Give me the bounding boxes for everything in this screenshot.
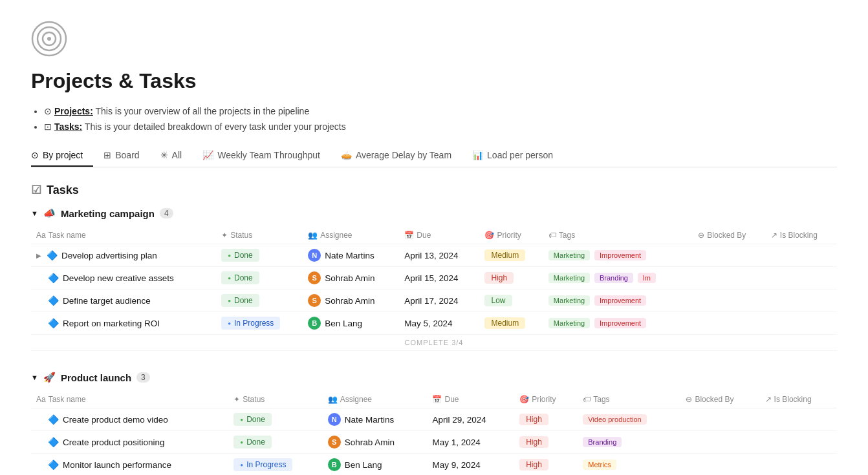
task-type-icon: 🔷	[48, 459, 59, 470]
tab-all-icon: ✳	[160, 150, 168, 160]
status-badge: Done	[221, 294, 259, 307]
is-blocking-cell	[766, 244, 837, 267]
logo	[31, 21, 837, 69]
tag[interactable]: Improvement	[594, 318, 646, 328]
status-cell[interactable]: Done	[216, 267, 303, 290]
tags-cell: Video production	[578, 408, 680, 431]
task-name-cell: 🔷 Define target audience	[31, 290, 216, 312]
priority-cell[interactable]: High	[479, 267, 543, 290]
priority-cell[interactable]: Medium	[479, 312, 543, 335]
status-badge: In Progress	[233, 458, 292, 471]
tab-weekly-icon: 📈	[202, 150, 213, 160]
assignee-cell: N Nate Martins	[323, 408, 428, 431]
avatar: N	[328, 413, 341, 426]
group-marketing-count: 4	[160, 208, 173, 218]
assignee-cell: N Nate Martins	[303, 244, 399, 267]
is-blocking-cell	[766, 312, 837, 335]
tag[interactable]: Improvement	[594, 295, 646, 306]
priority-badge: High	[519, 459, 548, 470]
tab-weekly[interactable]: 📈 Weekly Team Throughput	[192, 145, 331, 167]
group-product-header[interactable]: ▼ 🚀 Product launch 3	[31, 372, 837, 383]
tab-load[interactable]: 📊 Load per person	[462, 145, 563, 167]
tasks-section-label: Tasks	[47, 184, 79, 197]
task-type-icon: 🔷	[47, 250, 58, 260]
task-name-cell: 🔷 Create product demo video	[31, 408, 228, 431]
priority-badge: High	[519, 414, 548, 425]
blocked-by-cell	[693, 244, 766, 267]
col-priority: 🎯 Priority	[479, 227, 543, 244]
task-type-icon: 🔷	[48, 437, 59, 447]
col-task-name: Aa Task name	[31, 391, 228, 408]
is-blocking-cell	[760, 431, 837, 454]
status-cell[interactable]: In Progress	[216, 312, 303, 335]
tag[interactable]: Metrics	[583, 459, 616, 470]
expand-icon[interactable]: ▶	[36, 252, 41, 259]
status-badge: Done	[221, 249, 259, 262]
priority-cell[interactable]: Medium	[479, 244, 543, 267]
status-cell[interactable]: Done	[216, 290, 303, 312]
blocked-by-cell	[693, 267, 766, 290]
col-due: 📅 Due	[399, 227, 479, 244]
tab-by-project[interactable]: ⊙ By project	[31, 145, 93, 167]
projects-link[interactable]: Projects:	[54, 106, 93, 116]
status-cell[interactable]: Done	[228, 431, 322, 454]
group-marketing-header[interactable]: ▼ 📣 Marketing campaign 4	[31, 207, 837, 219]
tag[interactable]: Marketing	[548, 318, 590, 328]
group-marketing-campaign: ▼ 📣 Marketing campaign 4 Aa Task name ✦ …	[31, 207, 837, 351]
task-name-cell: 🔷 Report on marketing ROI	[31, 312, 216, 335]
tag[interactable]: Improvement	[594, 250, 646, 260]
tab-board[interactable]: ⊞ Board	[93, 145, 149, 167]
tag[interactable]: Branding	[594, 273, 633, 283]
bullets-list: ⊙ Projects: This is your overview of all…	[31, 106, 837, 132]
tags-cell: Marketing Branding Im	[543, 267, 693, 290]
col-task-name: Aa Task name	[31, 227, 216, 244]
tag[interactable]: Marketing	[548, 273, 590, 283]
priority-cell[interactable]: High	[514, 454, 578, 476]
tag[interactable]: Marketing	[548, 250, 590, 260]
is-blocking-cell	[766, 267, 837, 290]
avatar: S	[308, 271, 321, 284]
priority-badge: Medium	[484, 249, 525, 261]
tags-cell: Metrics	[578, 454, 680, 476]
blocked-by-cell	[680, 431, 759, 454]
tasks-section-icon: ☑	[31, 183, 41, 197]
priority-badge: Medium	[484, 317, 525, 329]
bullet-tasks-text: This is your detailed breakdown of every…	[85, 121, 346, 132]
avatar: B	[328, 458, 341, 471]
col-blocked-by: ⊖ Blocked By	[693, 227, 766, 244]
due-cell: May 1, 2024	[427, 431, 514, 454]
status-cell[interactable]: In Progress	[228, 454, 322, 476]
col-status: ✦ Status	[228, 391, 322, 408]
tag[interactable]: Marketing	[548, 295, 590, 306]
col-assignee: 👥 Assignee	[303, 227, 399, 244]
assignee-cell: S Sohrab Amin	[303, 267, 399, 290]
status-cell[interactable]: Done	[228, 408, 322, 431]
tag[interactable]: Video production	[583, 414, 646, 425]
tab-all[interactable]: ✳ All	[150, 145, 193, 167]
status-badge: In Progress	[221, 317, 280, 330]
tasks-link[interactable]: Tasks:	[54, 121, 82, 132]
tag[interactable]: Im	[638, 273, 656, 283]
avatar: B	[308, 317, 321, 330]
priority-cell[interactable]: High	[514, 408, 578, 431]
blocked-by-cell	[693, 312, 766, 335]
product-header-row: Aa Task name ✦ Status 👥 Assignee 📅 Due 🎯…	[31, 391, 837, 408]
status-cell[interactable]: Done	[216, 244, 303, 267]
tab-avg-delay[interactable]: 🥧 Average Delay by Team	[331, 145, 462, 167]
bullet-tasks: ⊡ Tasks: This is your detailed breakdown…	[44, 121, 837, 132]
tags-cell: Marketing Improvement	[543, 290, 693, 312]
assignee-cell: B Ben Lang	[303, 312, 399, 335]
task-name-cell: 🔷 Develop new creative assets	[31, 267, 216, 290]
group-product-count: 3	[136, 372, 150, 383]
task-type-icon: 🔷	[48, 273, 59, 283]
col-is-blocking: ↗ Is Blocking	[760, 391, 837, 408]
priority-cell[interactable]: High	[514, 431, 578, 454]
complete-row: COMPLETE 3/4	[31, 335, 837, 351]
priority-cell[interactable]: Low	[479, 290, 543, 312]
col-blocked-by: ⊖ Blocked By	[680, 391, 759, 408]
avatar: N	[308, 249, 321, 262]
tags-cell: Branding	[578, 431, 680, 454]
tag[interactable]: Branding	[583, 437, 622, 447]
group-product-emoji: 🚀	[43, 372, 56, 383]
svg-point-3	[47, 37, 51, 41]
